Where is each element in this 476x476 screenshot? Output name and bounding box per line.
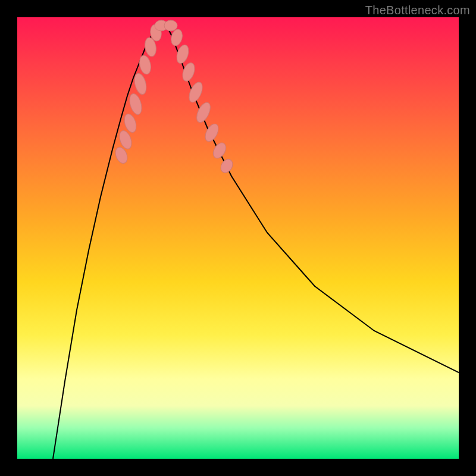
data-point-marker xyxy=(211,140,228,160)
data-point-marker xyxy=(127,92,143,116)
data-point-marker xyxy=(138,54,152,75)
watermark-text: TheBottleneck.com xyxy=(365,4,470,17)
data-point-marker xyxy=(203,122,221,144)
curve-right xyxy=(166,24,459,372)
chart-svg xyxy=(17,17,459,459)
data-point-marker xyxy=(133,72,148,95)
data-point-marker xyxy=(164,20,177,31)
data-point-markers xyxy=(113,20,235,175)
data-point-marker xyxy=(174,43,190,65)
data-point-marker xyxy=(218,157,235,175)
